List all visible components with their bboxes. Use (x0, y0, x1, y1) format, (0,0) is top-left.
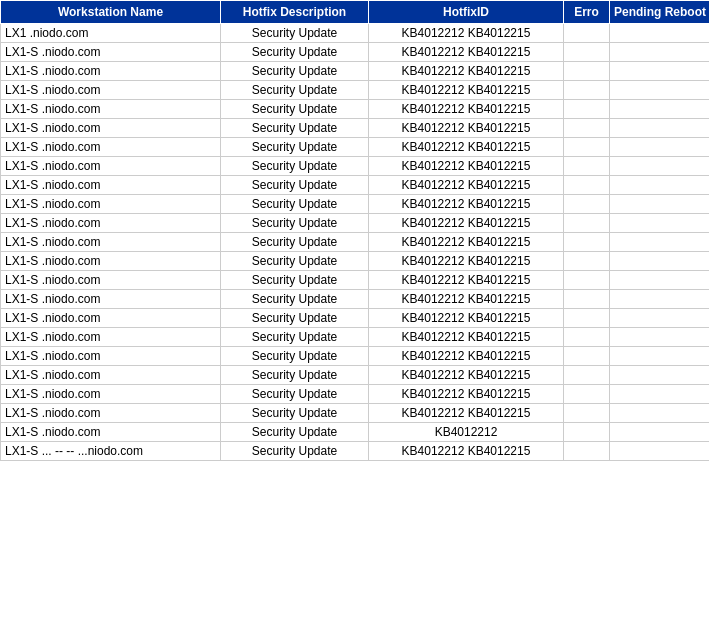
table-row: LX1-S .niodo.comSecurity UpdateKB4012212… (1, 309, 710, 328)
cell-error (564, 24, 610, 43)
cell-hotfix-desc: Security Update (221, 119, 369, 138)
cell-hotfixid: KB4012212 KB4012215 (369, 442, 564, 461)
cell-hotfixid: KB4012212 KB4012215 (369, 404, 564, 423)
table-body: LX1 .niodo.comSecurity UpdateKB4012212 K… (1, 24, 710, 461)
cell-workstation: LX1-S .niodo.com (1, 43, 221, 62)
cell-hotfix-desc: Security Update (221, 138, 369, 157)
cell-error (564, 100, 610, 119)
table-row: LX1-S .niodo.comSecurity UpdateKB4012212… (1, 385, 710, 404)
cell-error (564, 119, 610, 138)
cell-pending (610, 62, 710, 81)
cell-error (564, 62, 610, 81)
cell-workstation: LX1-S .niodo.com (1, 81, 221, 100)
cell-workstation: LX1-S .niodo.com (1, 328, 221, 347)
table-row: LX1-S .niodo.comSecurity UpdateKB4012212… (1, 176, 710, 195)
cell-hotfix-desc: Security Update (221, 271, 369, 290)
cell-workstation: LX1-S .niodo.com (1, 119, 221, 138)
cell-hotfix-desc: Security Update (221, 366, 369, 385)
cell-error (564, 442, 610, 461)
cell-workstation: LX1-S .niodo.com (1, 214, 221, 233)
cell-workstation: LX1-S .niodo.com (1, 290, 221, 309)
cell-hotfix-desc: Security Update (221, 347, 369, 366)
cell-hotfix-desc: Security Update (221, 214, 369, 233)
cell-pending (610, 347, 710, 366)
table-row: LX1-S .niodo.comSecurity UpdateKB4012212… (1, 328, 710, 347)
cell-workstation: LX1 .niodo.com (1, 24, 221, 43)
cell-error (564, 81, 610, 100)
table-row: LX1-S .niodo.comSecurity UpdateKB4012212 (1, 423, 710, 442)
table-row: LX1-S .niodo.comSecurity UpdateKB4012212… (1, 271, 710, 290)
cell-error (564, 233, 610, 252)
table-row: LX1-S .niodo.comSecurity UpdateKB4012212… (1, 81, 710, 100)
table-row: LX1-S .niodo.comSecurity UpdateKB4012212… (1, 157, 710, 176)
cell-workstation: LX1-S .niodo.com (1, 347, 221, 366)
table-row: LX1-S .niodo.comSecurity UpdateKB4012212… (1, 138, 710, 157)
cell-pending (610, 423, 710, 442)
cell-workstation: LX1-S .niodo.com (1, 157, 221, 176)
cell-error (564, 328, 610, 347)
cell-workstation: LX1-S .niodo.com (1, 233, 221, 252)
cell-hotfix-desc: Security Update (221, 328, 369, 347)
cell-pending (610, 252, 710, 271)
cell-pending (610, 271, 710, 290)
cell-hotfixid: KB4012212 KB4012215 (369, 385, 564, 404)
cell-hotfix-desc: Security Update (221, 43, 369, 62)
cell-pending (610, 195, 710, 214)
cell-hotfix-desc: Security Update (221, 442, 369, 461)
table-row: LX1-S .niodo.comSecurity UpdateKB4012212… (1, 214, 710, 233)
cell-hotfixid: KB4012212 KB4012215 (369, 214, 564, 233)
cell-workstation: LX1-S .niodo.com (1, 62, 221, 81)
cell-workstation: LX1-S .niodo.com (1, 366, 221, 385)
header-error: Erro (564, 1, 610, 24)
table-row: LX1-S .niodo.comSecurity UpdateKB4012212… (1, 404, 710, 423)
cell-error (564, 138, 610, 157)
cell-hotfixid: KB4012212 (369, 423, 564, 442)
table-row: LX1-S .niodo.comSecurity UpdateKB4012212… (1, 233, 710, 252)
cell-pending (610, 366, 710, 385)
cell-hotfixid: KB4012212 KB4012215 (369, 43, 564, 62)
table-row: LX1-S .niodo.comSecurity UpdateKB4012212… (1, 195, 710, 214)
cell-hotfix-desc: Security Update (221, 385, 369, 404)
header-workstation: Workstation Name (1, 1, 221, 24)
cell-hotfix-desc: Security Update (221, 157, 369, 176)
cell-pending (610, 404, 710, 423)
cell-error (564, 176, 610, 195)
table-row: LX1 .niodo.comSecurity UpdateKB4012212 K… (1, 24, 710, 43)
cell-hotfix-desc: Security Update (221, 404, 369, 423)
cell-hotfixid: KB4012212 KB4012215 (369, 271, 564, 290)
cell-pending (610, 385, 710, 404)
hotfix-table: Workstation Name Hotfix Description Hotf… (0, 0, 709, 461)
cell-workstation: LX1-S .niodo.com (1, 176, 221, 195)
cell-error (564, 404, 610, 423)
cell-pending (610, 328, 710, 347)
header-pending: Pending Reboot (610, 1, 710, 24)
cell-hotfixid: KB4012212 KB4012215 (369, 328, 564, 347)
cell-hotfix-desc: Security Update (221, 176, 369, 195)
table-row: LX1-S .niodo.comSecurity UpdateKB4012212… (1, 43, 710, 62)
cell-hotfixid: KB4012212 KB4012215 (369, 119, 564, 138)
cell-workstation: LX1-S .niodo.com (1, 385, 221, 404)
cell-workstation: LX1-S .niodo.com (1, 252, 221, 271)
cell-pending (610, 309, 710, 328)
table-row: LX1-S .niodo.comSecurity UpdateKB4012212… (1, 252, 710, 271)
cell-pending (610, 138, 710, 157)
cell-pending (610, 290, 710, 309)
hotfix-table-container: Workstation Name Hotfix Description Hotf… (0, 0, 709, 461)
cell-workstation: LX1-S .niodo.com (1, 138, 221, 157)
cell-hotfix-desc: Security Update (221, 100, 369, 119)
cell-error (564, 195, 610, 214)
cell-pending (610, 81, 710, 100)
cell-error (564, 366, 610, 385)
cell-hotfixid: KB4012212 KB4012215 (369, 138, 564, 157)
cell-hotfixid: KB4012212 KB4012215 (369, 309, 564, 328)
table-row: LX1-S .niodo.comSecurity UpdateKB4012212… (1, 347, 710, 366)
header-hotfix-desc: Hotfix Description (221, 1, 369, 24)
cell-hotfixid: KB4012212 KB4012215 (369, 195, 564, 214)
cell-pending (610, 176, 710, 195)
cell-workstation: LX1-S .niodo.com (1, 100, 221, 119)
cell-hotfixid: KB4012212 KB4012215 (369, 176, 564, 195)
cell-error (564, 290, 610, 309)
cell-hotfix-desc: Security Update (221, 423, 369, 442)
cell-hotfixid: KB4012212 KB4012215 (369, 81, 564, 100)
table-row: LX1-S .niodo.comSecurity UpdateKB4012212… (1, 119, 710, 138)
